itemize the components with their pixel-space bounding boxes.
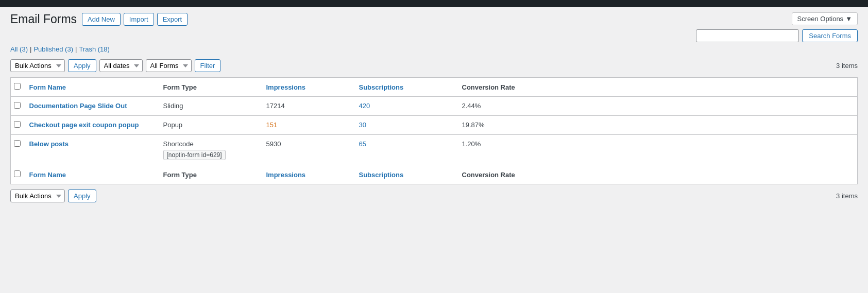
form-type-value: Shortcode	[163, 140, 194, 148]
table-header-row: Form Name Form Type Impressions Subscrip…	[11, 78, 858, 97]
impressions-link[interactable]: 151	[266, 121, 278, 129]
forms-table: Form Name Form Type Impressions Subscrip…	[10, 77, 858, 184]
conversion-rate-value: 19.87%	[462, 121, 485, 129]
filter-all-anchor[interactable]: All (3)	[10, 45, 28, 53]
form-name-link[interactable]: Checkout page exit coupon popup	[29, 121, 139, 129]
row-conversion-rate-cell: 2.44%	[457, 97, 858, 116]
form-name-link[interactable]: Documentation Page Slide Out	[29, 102, 127, 110]
bottom-items-count: 3 items	[836, 192, 858, 200]
page-header-top: Email Forms Add New Import Export Screen…	[10, 12, 858, 42]
filter-published-label: Published	[33, 45, 63, 53]
footer-form-name-label: Form Name	[29, 171, 66, 179]
filter-published-link[interactable]: Published (3)	[33, 45, 73, 53]
top-tablenav: Bulk Actions Delete Apply All dates All …	[10, 57, 858, 74]
header-subscriptions-label: Subscriptions	[359, 83, 404, 91]
filter-all-link[interactable]: All (3)	[10, 45, 28, 53]
shortcode-badge: [noptin-form id=629]	[163, 150, 226, 160]
sort-impressions-link[interactable]: Impressions	[266, 83, 306, 91]
chevron-down-icon: ▼	[845, 15, 852, 23]
header-form-type-label: Form Type	[163, 83, 197, 91]
conversion-rate-value: 1.20%	[462, 140, 481, 148]
search-forms-button[interactable]: Search Forms	[802, 29, 858, 42]
form-type-value: Sliding	[163, 102, 183, 110]
subscriptions-link[interactable]: 30	[359, 121, 366, 129]
header-right: Screen Options ▼ Search Forms	[696, 12, 858, 42]
row-checkbox-cell	[11, 116, 24, 135]
page-title-area: Email Forms Add New Import Export	[10, 12, 188, 26]
admin-top-bar	[0, 0, 868, 7]
import-button[interactable]: Import	[124, 13, 154, 26]
top-bulk-actions-select[interactable]: Bulk Actions Delete	[10, 59, 65, 72]
footer-conversion-rate-label: Conversion Rate	[462, 171, 515, 179]
screen-options-button[interactable]: Screen Options ▼	[792, 12, 858, 25]
sort-form-name-link-footer[interactable]: Form Name	[29, 171, 66, 179]
sort-subscriptions-link-footer[interactable]: Subscriptions	[359, 171, 404, 179]
forms-select[interactable]: All Forms	[146, 59, 192, 72]
footer-impressions: Impressions	[261, 165, 354, 184]
bottom-tablenav-left: Bulk Actions Delete Apply	[10, 189, 96, 202]
footer-conversion-rate: Conversion Rate	[457, 165, 858, 184]
footer-form-name: Form Name	[24, 165, 158, 184]
header-impressions-label: Impressions	[266, 83, 306, 91]
row-checkbox-2[interactable]	[14, 140, 21, 147]
search-input[interactable]	[696, 29, 799, 42]
table-footer-row: Form Name Form Type Impressions Subscrip…	[11, 165, 858, 184]
row-form-type-cell: Popup	[158, 116, 261, 135]
page-wrapper: Email Forms Add New Import Export Screen…	[0, 7, 868, 293]
row-form-type-cell: Shortcode[noptin-form id=629]	[158, 135, 261, 166]
row-form-name-cell: Below posts	[24, 135, 158, 166]
add-new-button[interactable]: Add New	[82, 13, 121, 26]
dates-select[interactable]: All dates	[99, 59, 143, 72]
impressions-value: 5930	[266, 140, 281, 148]
subscriptions-link[interactable]: 65	[359, 140, 366, 148]
row-form-name-cell: Checkout page exit coupon popup	[24, 116, 158, 135]
filter-trash-anchor[interactable]: Trash (18)	[79, 45, 110, 53]
screen-options-label: Screen Options	[797, 15, 844, 23]
sort-subscriptions-link[interactable]: Subscriptions	[359, 83, 404, 91]
row-impressions-cell: 5930	[261, 135, 354, 166]
search-area: Search Forms	[696, 29, 858, 42]
row-checkbox-cell	[11, 135, 24, 166]
filter-all-label: All	[10, 45, 18, 53]
header-buttons: Add New Import Export	[82, 13, 188, 26]
filter-trash-link[interactable]: Trash (18)	[79, 45, 110, 53]
sort-impressions-link-footer[interactable]: Impressions	[266, 171, 306, 179]
table-row: Checkout page exit coupon popupPopup1513…	[11, 116, 858, 135]
row-checkbox-1[interactable]	[14, 121, 21, 128]
conversion-rate-value: 2.44%	[462, 102, 481, 110]
table-row: Below postsShortcode[noptin-form id=629]…	[11, 135, 858, 166]
select-all-checkbox-top[interactable]	[14, 83, 21, 90]
footer-subscriptions: Subscriptions	[354, 165, 457, 184]
header-impressions: Impressions	[261, 78, 354, 97]
header-conversion-rate-label: Conversion Rate	[462, 83, 515, 91]
filter-published-anchor[interactable]: Published (3)	[33, 45, 73, 53]
footer-subscriptions-label: Subscriptions	[359, 171, 404, 179]
sep2: |	[75, 45, 77, 53]
filter-links: All (3) | Published (3) | Trash (18)	[10, 45, 858, 53]
page-title: Email Forms	[10, 12, 77, 26]
footer-form-type: Form Type	[158, 165, 261, 184]
table-body: Documentation Page Slide OutSliding17214…	[11, 97, 858, 166]
form-name-link[interactable]: Below posts	[29, 140, 69, 148]
row-checkbox-0[interactable]	[14, 102, 21, 109]
bottom-apply-button[interactable]: Apply	[68, 189, 96, 202]
filter-trash-label: Trash	[79, 45, 96, 53]
impressions-value: 17214	[266, 102, 285, 110]
row-impressions-cell: 17214	[261, 97, 354, 116]
bottom-bulk-actions-select[interactable]: Bulk Actions Delete	[10, 189, 65, 202]
export-button[interactable]: Export	[157, 13, 188, 26]
top-tablenav-left: Bulk Actions Delete Apply All dates All …	[10, 59, 220, 72]
filter-button[interactable]: Filter	[195, 59, 221, 72]
header-checkbox-col	[11, 78, 24, 97]
select-all-checkbox-bottom[interactable]	[14, 170, 21, 177]
bottom-tablenav: Bulk Actions Delete Apply 3 items	[10, 187, 858, 204]
header-form-type: Form Type	[158, 78, 261, 97]
subscriptions-link[interactable]: 420	[359, 102, 370, 110]
row-impressions-cell: 151	[261, 116, 354, 135]
header-conversion-rate: Conversion Rate	[457, 78, 858, 97]
row-form-type-cell: Sliding	[158, 97, 261, 116]
sort-form-name-link[interactable]: Form Name	[29, 83, 66, 91]
filter-trash-count: 18	[100, 45, 107, 53]
row-conversion-rate-cell: 19.87%	[457, 116, 858, 135]
top-apply-button[interactable]: Apply	[68, 59, 96, 72]
